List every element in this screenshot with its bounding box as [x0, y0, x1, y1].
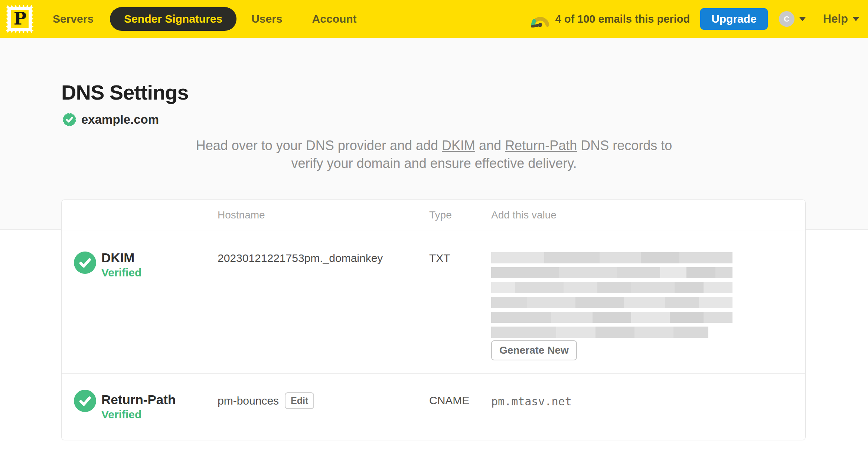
- svg-text:P: P: [14, 9, 27, 29]
- column-header-type: Type: [429, 200, 452, 230]
- nav-item-users[interactable]: Users: [251, 13, 282, 25]
- chevron-down-icon: [852, 17, 859, 21]
- dkim-link[interactable]: DKIM: [442, 138, 475, 153]
- record-name: Return-Path: [101, 392, 176, 407]
- redacted-dkim-value: [491, 252, 732, 341]
- redacted-line: [491, 297, 732, 308]
- return-path-link[interactable]: Return-Path: [505, 138, 577, 153]
- dns-settings-page: P Servers Sender Signatures Users Accoun…: [0, 0, 868, 454]
- domain-row: example.com: [61, 111, 159, 128]
- page-title: DNS Settings: [61, 80, 189, 104]
- table-header-row: Hostname Type Add this value: [62, 200, 805, 230]
- table-row-return-path: Return-Path Verified pm-bounces Edit CNA…: [62, 374, 805, 441]
- edit-button[interactable]: Edit: [285, 392, 314, 409]
- table-row-dkim: DKIM Verified 20230121221753pm._domainke…: [62, 230, 805, 374]
- nav-item-servers[interactable]: Servers: [53, 13, 94, 25]
- nav-item-sender-signatures[interactable]: Sender Signatures: [110, 7, 236, 31]
- gauge-icon: [531, 13, 550, 27]
- navbar-right-group: 4 of 100 emails this period Upgrade C He…: [531, 0, 859, 38]
- redacted-line: [491, 252, 732, 263]
- chevron-down-icon: [799, 17, 806, 21]
- account-avatar-menu[interactable]: C: [779, 11, 806, 27]
- description-text: and: [475, 138, 505, 153]
- redacted-line: [491, 282, 732, 293]
- record-type: TXT: [429, 252, 450, 265]
- usage-meter: 4 of 100 emails this period: [531, 10, 690, 27]
- redacted-line: [491, 327, 708, 338]
- generate-new-button[interactable]: Generate New: [491, 340, 577, 360]
- nav-item-account[interactable]: Account: [312, 13, 357, 25]
- upgrade-button[interactable]: Upgrade: [700, 8, 768, 30]
- record-status-badge: Verified: [101, 266, 141, 279]
- record-type: CNAME: [429, 394, 469, 407]
- description-text: Head over to your DNS provider and add: [196, 138, 442, 153]
- verified-check-icon: [74, 390, 96, 412]
- column-header-add-this-value: Add this value: [491, 200, 557, 230]
- page-description: Head over to your DNS provider and add D…: [193, 137, 675, 172]
- verified-check-icon: [74, 252, 96, 274]
- redacted-line: [491, 312, 732, 323]
- record-name: DKIM: [101, 250, 134, 265]
- record-status-badge: Verified: [101, 408, 141, 421]
- column-header-hostname: Hostname: [218, 200, 265, 230]
- redacted-line: [491, 267, 732, 278]
- record-hostname: 20230121221753pm._domainkey: [218, 252, 383, 265]
- verified-seal-icon: [61, 111, 78, 128]
- primary-nav: Servers Sender Signatures Users Account: [53, 0, 357, 38]
- top-navbar: P Servers Sender Signatures Users Accoun…: [0, 0, 868, 38]
- help-menu[interactable]: Help: [823, 12, 859, 26]
- postmark-stamp-icon: P: [4, 3, 36, 35]
- postmark-logo[interactable]: P: [4, 3, 36, 35]
- dns-records-card: Hostname Type Add this value DKIM Verifi…: [61, 200, 806, 440]
- record-hostname: pm-bounces Edit: [218, 392, 314, 409]
- domain-name: example.com: [81, 113, 159, 127]
- help-menu-label: Help: [823, 12, 848, 26]
- record-value: pm.mtasv.net: [491, 395, 572, 408]
- avatar[interactable]: C: [779, 11, 794, 27]
- usage-count-label: 4 of 100 emails this period: [555, 13, 690, 25]
- hostname-text: pm-bounces: [218, 395, 279, 407]
